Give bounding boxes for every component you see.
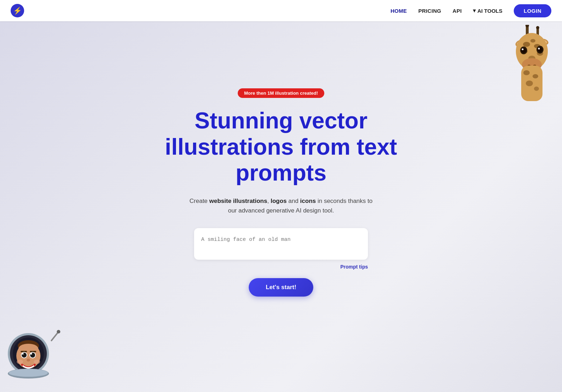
- hero-title-line2: illustrations from text: [165, 134, 397, 160]
- nav-ai-tools[interactable]: ▾ AI TOOLS: [473, 7, 502, 14]
- prompt-tips-link[interactable]: Prompt tips: [340, 264, 368, 270]
- hero-title: Stunning vector illustrations from text …: [165, 108, 397, 186]
- astronaut-illustration: [0, 328, 67, 392]
- main-content: More then 1M illustration created! Stunn…: [0, 21, 562, 392]
- navbar: ⚡ HOME PRICING API ▾ AI TOOLS LOGIN: [0, 0, 562, 21]
- nav-pricing[interactable]: PRICING: [418, 8, 441, 14]
- svg-point-46: [17, 360, 23, 364]
- start-button[interactable]: Let's start!: [249, 278, 313, 297]
- hero-title-line1: Stunning vector: [194, 108, 367, 133]
- svg-point-45: [27, 359, 30, 361]
- login-button[interactable]: LOGIN: [514, 4, 551, 17]
- hero-title-line3: prompts: [236, 160, 326, 186]
- nav-api[interactable]: API: [453, 8, 462, 14]
- svg-point-44: [31, 353, 32, 355]
- logo-bolt-icon: ⚡: [13, 6, 22, 15]
- prompt-textarea[interactable]: [194, 228, 368, 260]
- badge: More then 1M illustration created!: [238, 88, 324, 98]
- chevron-down-icon: ▾: [473, 7, 476, 14]
- nav-ai-tools-label: AI TOOLS: [477, 8, 502, 14]
- svg-point-30: [57, 330, 60, 333]
- logo-area: ⚡: [11, 4, 24, 17]
- logo-icon[interactable]: ⚡: [11, 4, 24, 17]
- svg-point-43: [22, 353, 24, 355]
- prompt-tips-row: Prompt tips: [194, 264, 368, 270]
- navbar-links: HOME PRICING API ▾ AI TOOLS LOGIN: [391, 4, 551, 17]
- hero-subtitle: Create website illustrations, logos and …: [189, 196, 373, 215]
- svg-point-47: [34, 360, 40, 364]
- nav-home[interactable]: HOME: [391, 8, 407, 14]
- prompt-input-area: [194, 228, 368, 261]
- svg-point-49: [9, 369, 48, 377]
